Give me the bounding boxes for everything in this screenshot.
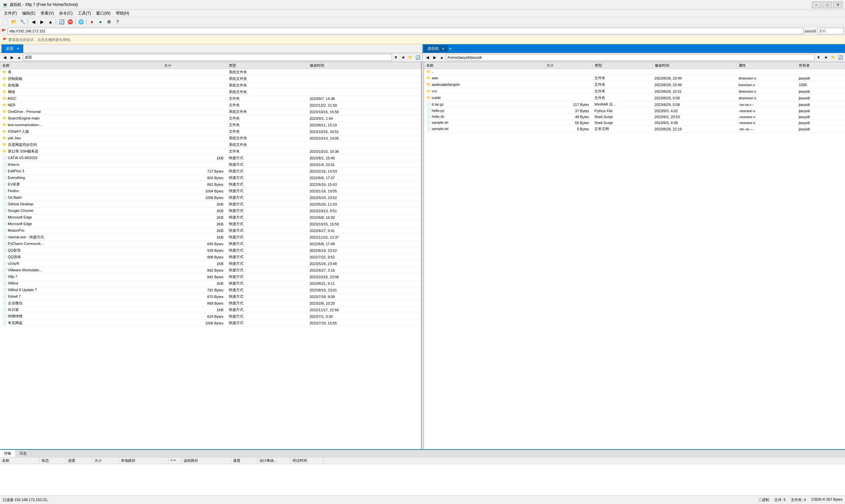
sftp-password-input[interactable] [817, 28, 844, 34]
table-row[interactable]: 📁 此电脑 系统文件夹 [0, 82, 421, 89]
table-row[interactable]: 📄 Firefox 1004 Bytes 快捷方式 2023/1/16, 19:… [0, 188, 421, 194]
table-row[interactable]: 📄 PyCharm Communit... 695 Bytes 快捷方式 202… [0, 240, 421, 247]
left-col-modified[interactable]: 修改时间 [308, 62, 421, 69]
table-row[interactable]: 📄 CATIA V5-6R2019 1KB 快捷方式 2023/8/1, 15:… [0, 155, 421, 161]
right-refresh-btn[interactable]: 🔄 [837, 54, 844, 61]
table-row[interactable]: 📄 GitHub Desktop 2KB 快捷方式 2023/5/20, 11:… [0, 201, 421, 208]
menu-view[interactable]: 查看(V) [38, 10, 56, 17]
table-row[interactable]: 📄 MotionPro 2KB 快捷方式 2022/6/17, 9:41 [0, 228, 421, 234]
table-row[interactable]: 📄 企业微信 868 Bytes 快捷方式 2023/2/8, 10:25 [0, 300, 421, 307]
table-row[interactable]: 📄 QQ影音 939 Bytes 快捷方式 2022/6/19, 23:52 [0, 247, 421, 254]
table-row[interactable]: 📄 XMind 2KB 快捷方式 2023/8/21, 9:11 [0, 280, 421, 287]
table-row[interactable]: 📄 向日葵 1KB 快捷方式 2022/11/17, 22:56 [0, 307, 421, 313]
table-row[interactable]: 📁 SearchEngine-main 文件夹 2023/9/1, 1:44 [0, 115, 421, 122]
table-row[interactable]: 📄 hello.sh 48 Bytes Shell Script 2023/9/… [424, 114, 845, 120]
table-row[interactable]: 📄 Microsoft Edge 2KB 快捷方式 2022/6/8, 16:0… [0, 214, 421, 221]
right-col-size[interactable]: 大小 [545, 62, 593, 69]
table-row[interactable]: 📄 哔哩哔哩 624 Bytes 快捷方式 2023/7/1, 0:30 [0, 313, 421, 320]
table-row[interactable]: 📄 draw.io 快捷方式 2023/1/4, 23:01 [0, 161, 421, 168]
table-row[interactable]: 📄 v2rayN 1KB 快捷方式 2023/5/24, 23:48 [0, 260, 421, 267]
toolbar-refresh-btn[interactable]: 🔄 [57, 18, 65, 25]
transfer-tab-transfer[interactable]: 传输 [0, 450, 16, 457]
menu-edit[interactable]: 编辑(E) [19, 10, 38, 17]
right-col-attr[interactable]: 属性 [737, 62, 797, 69]
toolbar-back-btn[interactable]: ◀ [29, 18, 37, 25]
left-new-folder-btn[interactable]: 📁 [407, 54, 414, 61]
table-row[interactable]: 📄 navicat.exe - 快捷方式 1KB 快捷方式 2022/11/22… [0, 234, 421, 240]
right-col-modified[interactable]: 修改时间 [652, 62, 737, 69]
left-panel-tab[interactable]: 桌面 ✕ [1, 44, 23, 53]
table-row[interactable]: 📁 AIGC 文件夹 2023/9/7, 14:38 [0, 95, 421, 102]
right-col-name[interactable]: 名称 [424, 62, 545, 69]
table-row[interactable]: 📄 Xshell 7 870 Bytes 快捷方式 2023/7/18, 9:0… [0, 293, 421, 300]
left-path-input[interactable] [23, 54, 392, 61]
toolbar-forward-btn[interactable]: ▶ [38, 18, 46, 25]
toolbar-new-btn[interactable]: 📄 [1, 18, 9, 25]
table-row[interactable]: 📁 XShell个人版 文件夹 2023/10/15, 16:51 [0, 128, 421, 135]
menu-help[interactable]: 帮助(H) [113, 10, 132, 17]
left-col-type[interactable]: 类型 [227, 62, 308, 69]
toolbar-properties-btn[interactable]: 🔧 [18, 18, 27, 25]
table-row[interactable]: 📄 Git Bash 1006 Bytes 快捷方式 2023/5/24, 23… [0, 194, 421, 201]
left-col-name[interactable]: 名称 [0, 62, 162, 69]
toolbar-green-btn[interactable]: ● [96, 18, 104, 25]
table-row[interactable]: 📁 网络 系统文件夹 [0, 89, 421, 95]
table-row[interactable]: 📄 sample.sh 55 Bytes Shell Script 2023/9… [424, 120, 845, 126]
left-up-btn[interactable]: ▲ [16, 54, 22, 61]
right-col-type[interactable]: 类型 [593, 62, 652, 69]
sftp-address-input[interactable] [7, 28, 804, 34]
toolbar-help-btn[interactable]: ? [113, 18, 122, 25]
right-bookmark-btn[interactable]: ★ [823, 54, 829, 61]
left-bookmark-btn[interactable]: ★ [400, 54, 406, 61]
transfer-tab-log[interactable]: 日志 [16, 450, 31, 457]
toolbar-red-btn[interactable]: ● [88, 18, 96, 25]
table-row[interactable]: 📄 Xftp 7 842 Bytes 快捷方式 2023/10/15, 23:0… [0, 274, 421, 280]
table-row[interactable]: 📁 ccc 文件夹 2023/8/28, 22:51 drwxrwxr-x ji… [424, 88, 845, 95]
table-row[interactable]: 📄 EditPlus 3 717 Bytes 快捷方式 2023/2/16, 1… [0, 168, 421, 175]
toolbar-up-btn[interactable]: ▲ [47, 18, 54, 25]
right-path-input[interactable] [446, 54, 815, 61]
maximize-button[interactable]: □ [823, 2, 832, 8]
menu-file[interactable]: 文件(F) [1, 10, 19, 17]
table-row[interactable]: 📁 aaakuaijiefangshi 文件夹 2023/8/28, 23:49… [424, 82, 845, 88]
toolbar-settings-btn[interactable]: ⚙ [105, 18, 113, 25]
right-col-owner[interactable]: 所有者 [797, 62, 845, 69]
menu-window[interactable]: 窗口(W) [93, 10, 113, 17]
right-tab-close[interactable]: ✕ [442, 47, 444, 51]
table-row[interactable]: 📄 sample.txt 0 Bytes 文本文档 2023/8/28, 22:… [424, 126, 845, 132]
table-row[interactable]: 📁 yidi Jiao 系统文件夹 2023/10/14, 14:05 [0, 135, 421, 142]
left-tab-close[interactable]: ✕ [17, 47, 19, 51]
right-forward-btn[interactable]: ▶ [431, 54, 438, 61]
table-row[interactable]: 📁 第12章 SSH服务器 文件夹 2023/10/15, 16:36 [0, 148, 421, 155]
table-row[interactable]: 📄 夸克网盘 1006 Bytes 快捷方式 2023/7/19, 16:55 [0, 320, 421, 326]
right-panel-tab[interactable]: 虚拟机 ✕ [424, 45, 448, 52]
table-row[interactable]: 📄 EV录屏 891 Bytes 快捷方式 2022/6/16, 15:43 [0, 181, 421, 188]
table-row[interactable]: 📁 .. [424, 69, 845, 75]
left-refresh-btn[interactable]: 🔄 [415, 54, 421, 61]
left-dropdown-btn[interactable]: ▼ [393, 54, 399, 61]
right-back-btn[interactable]: ◀ [424, 54, 430, 61]
left-col-size[interactable]: 大小 [162, 62, 227, 69]
table-row[interactable]: 📄 Google Chrome 2KB 快捷方式 2023/10/13, 9:5… [0, 208, 421, 214]
panel-divider[interactable] [421, 62, 424, 449]
toolbar-stop-btn[interactable]: ⛔ [66, 18, 74, 25]
table-row[interactable]: 📁 控制面板 系统文件夹 [0, 76, 421, 82]
table-row[interactable]: 📄 hello.py 37 Bytes Python File 2023/9/3… [424, 108, 845, 114]
table-row[interactable]: 📁 outdir 文件夹 2023/8/29, 0:09 drwxrwxr-x … [424, 95, 845, 101]
table-row[interactable]: 📄 b.tar.gz 217 Bytes WinRAR 压... 2023/8/… [424, 101, 845, 108]
left-forward-btn[interactable]: ▶ [8, 54, 15, 61]
right-tab-add[interactable]: + [449, 46, 452, 51]
table-row[interactable]: 📄 QQ游戏 908 Bytes 快捷方式 2022/7/22, 9:52 [0, 254, 421, 260]
table-row[interactable]: 📁 aaa 文件夹 2023/8/28, 23:49 drwxrwxr-x ji… [424, 75, 845, 82]
table-row[interactable]: 📄 Microsoft Edge 2KB 快捷方式 2023/10/15, 15… [0, 221, 421, 228]
right-dropdown-btn[interactable]: ▼ [815, 54, 822, 61]
table-row[interactable]: 📁 OneDrive - Personal 系统文件夹 2023/10/15, … [0, 109, 421, 115]
table-row[interactable]: 📄 XMind 8 Update 7 781 Bytes 快捷方式 2023/8… [0, 287, 421, 293]
table-row[interactable]: 📁 NER 文件夹 2022/12/2, 21:59 [0, 102, 421, 109]
table-row[interactable]: 📄 Everything 803 Bytes 快捷方式 2022/6/8, 17… [0, 175, 421, 181]
minimize-button[interactable]: ─ [812, 2, 821, 8]
menu-tools[interactable]: 工具(T) [75, 10, 93, 17]
table-row[interactable]: 📁 库 系统文件夹 [0, 69, 421, 76]
close-button[interactable]: ✕ [833, 2, 842, 8]
toolbar-globe-btn[interactable]: 🌐 [77, 18, 85, 25]
